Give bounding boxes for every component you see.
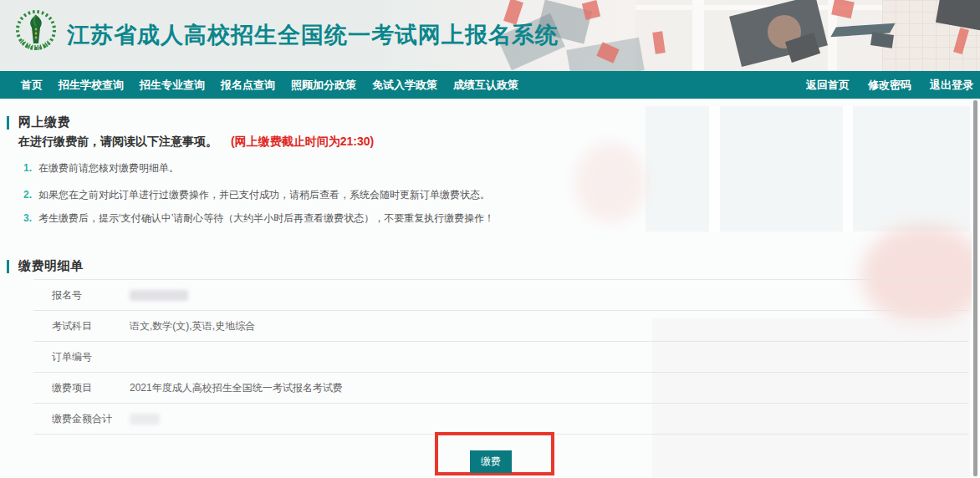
nav-item-school-query[interactable]: 招生学校查询 <box>59 78 124 93</box>
notice-item-3: 3.考生缴费后，提示‘支付确认中’请耐心等待（大约半小时后再查看缴费状态），不要… <box>23 211 494 226</box>
table-row-order-number: 订单编号 <box>33 342 968 373</box>
redacted-value <box>130 290 188 301</box>
row-value: 2021年度成人高校招生全国统一考试报名考试费 <box>130 381 343 395</box>
row-label: 报名号 <box>52 288 130 303</box>
nav-menu: 首页 招生学校查询 招生专业查询 报名点查询 照顾加分政策 免试入学政策 成绩互… <box>21 78 518 93</box>
scrollbar-thumb[interactable] <box>973 100 977 476</box>
redacted-value <box>130 414 160 425</box>
scrollbar[interactable] <box>972 99 980 478</box>
payment-intro-text: 在进行缴费前，请阅读以下注意事项。 <box>18 135 217 148</box>
emblem-wreath-icon <box>13 8 59 53</box>
nav-item-major-query[interactable]: 招生专业查询 <box>140 78 205 93</box>
table-row-registration-number: 报名号 <box>33 280 968 311</box>
payment-deadline-note: (网上缴费截止时间为21:30) <box>231 135 374 148</box>
row-label: 订单编号 <box>52 350 130 364</box>
online-payment-title: 网上缴费 <box>18 114 70 130</box>
nav-item-exemption-policy[interactable]: 免试入学政策 <box>372 78 437 93</box>
notice-item-1: 1.在缴费前请您核对缴费明细单。 <box>23 161 179 175</box>
main-nav: 首页 招生学校查询 招生专业查询 报名点查询 照顾加分政策 免试入学政策 成绩互… <box>0 71 980 99</box>
notice-item-2: 2.如果您在之前对此订单进行过缴费操作，并已支付成功，请稍后查看，系统会随时更新… <box>23 188 490 202</box>
main-content: 网上缴费 在进行缴费前，请阅读以下注意事项。(网上缴费截止时间为21:30) 1… <box>0 99 980 478</box>
nav-item-change-password[interactable]: 修改密码 <box>868 78 911 93</box>
table-row-payment-total: 缴费金额合计 <box>33 404 968 435</box>
payment-detail-title: 缴费明细单 <box>18 258 84 274</box>
online-payment-section-header: 网上缴费 <box>7 114 70 130</box>
payment-detail-section-header: 缴费明细单 <box>7 258 84 274</box>
nav-item-bonus-policy[interactable]: 照顾加分政策 <box>291 78 356 93</box>
row-value: 语文,数学(文),英语,史地综合 <box>130 319 255 333</box>
payment-intro-line: 在进行缴费前，请阅读以下注意事项。(网上缴费截止时间为21:30) <box>18 135 374 150</box>
nav-item-regpoint-query[interactable]: 报名点查询 <box>221 78 275 93</box>
section-accent-bar <box>7 260 9 273</box>
row-label: 缴费项目 <box>52 381 130 395</box>
nav-item-back-home[interactable]: 返回首页 <box>806 78 850 93</box>
payment-detail-table: 报名号 考试科目 语文,数学(文),英语,史地综合 订单编号 缴费项目 2021… <box>33 279 968 435</box>
nav-item-score-policy[interactable]: 成绩互认政策 <box>453 78 518 93</box>
page-header: 江苏省成人高校招生全国统一考试网上报名系统 <box>0 0 980 71</box>
row-label: 缴费金额合计 <box>52 412 130 426</box>
table-row-payment-item: 缴费项目 2021年度成人高校招生全国统一考试报名考试费 <box>33 373 968 404</box>
page-title: 江苏省成人高校招生全国统一考试网上报名系统 <box>67 20 559 50</box>
nav-user-menu: 返回首页 修改密码 退出登录 <box>806 78 973 93</box>
section-accent-bar <box>7 116 9 130</box>
nav-item-logout[interactable]: 退出登录 <box>930 78 973 93</box>
nav-item-home[interactable]: 首页 <box>21 78 43 93</box>
pay-button[interactable]: 缴费 <box>470 450 512 473</box>
row-label: 考试科目 <box>52 319 130 333</box>
table-row-exam-subjects: 考试科目 语文,数学(文),英语,史地综合 <box>33 311 968 342</box>
